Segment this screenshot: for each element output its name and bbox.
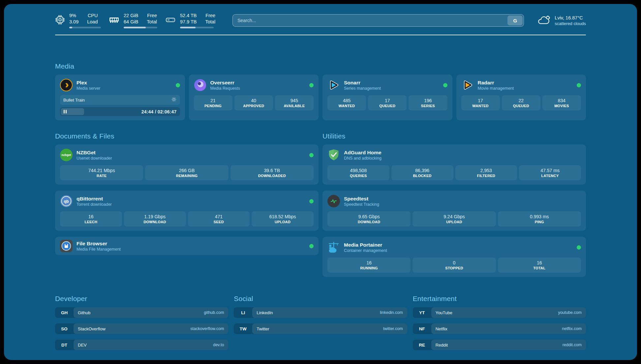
stat-approved: 40 APPROVED — [234, 95, 273, 110]
overseerr-logo-icon — [194, 79, 206, 91]
stat-upload: 9.24 Gbps UPLOAD — [412, 211, 496, 227]
cpu-load-value: 3.09 — [69, 19, 78, 25]
qbittorrent-title: qBittorrent — [76, 196, 112, 202]
plex-subtitle: Media server — [76, 86, 100, 91]
overseerr-title: Overseerr — [210, 79, 240, 86]
session-settings-icon — [171, 97, 177, 104]
stat-download: 1.19 Gbps DOWNLOAD — [124, 211, 186, 227]
dashboard-panel: 9% 3.09 CPU Load — [4, 4, 637, 360]
stat-filtered: 2,953 FILTERED — [455, 165, 517, 180]
card-sonarr[interactable]: Sonarr Series management 485 WANTED 17 Q… — [322, 75, 452, 120]
disk-widget: 52.4 TB 97.9 TB Free Total — [165, 13, 215, 28]
section-title-media: Media — [55, 62, 586, 70]
search-input[interactable] — [232, 14, 524, 27]
stat-stopped: 0 STOPPED — [412, 258, 496, 273]
card-nzbget[interactable]: nzbget NZBGet Usenet downloader 744.21 M… — [55, 144, 319, 185]
weather-widget: Lviv, 16.87°C scattered clouds — [537, 15, 586, 26]
disk-free-value: 52.4 TB — [180, 13, 197, 19]
stat-queries: 498,508 QUERIES — [327, 165, 389, 180]
stat-pending: 21 PENDING — [194, 95, 232, 110]
qbittorrent-subtitle: Torrent downloader — [76, 202, 112, 207]
stat-queued: 22 QUEUED — [502, 95, 540, 110]
playback-progress-fill — [61, 108, 84, 115]
topbar-divider — [55, 35, 586, 35]
nzbget-title: NZBGet — [76, 149, 112, 156]
stat-downloaded: 39.6 TB DOWNLOADED — [230, 165, 314, 180]
cpu-load-label: Load — [87, 19, 98, 25]
documents-column: Documents & Files nzbget NZBGet Usenet d… — [55, 132, 319, 277]
search-provider-button[interactable]: G — [507, 15, 523, 25]
section-title-social: Social — [234, 295, 407, 303]
stat-wanted: 17 WANTED — [461, 95, 500, 110]
bookmark-group-developer: Developer GH Github github.com SO StackO… — [55, 295, 228, 356]
adguard-title: AdGuard Home — [344, 149, 382, 156]
stat-ping: 0.993 ms PING — [498, 211, 581, 227]
status-dot — [443, 83, 447, 87]
cpu-progress-bar — [69, 27, 101, 28]
bookmark-group-social: Social LI LinkedIn linkedin.com TW Twitt… — [234, 295, 407, 356]
disk-progress-bar — [180, 27, 214, 28]
cpu-usage-value: 9% — [69, 13, 78, 19]
bookmark-dev[interactable]: DT DEV dev.to — [55, 340, 228, 350]
section-title-utilities: Utilities — [322, 132, 586, 140]
stat-total: 16 TOTAL — [498, 258, 581, 273]
bookmark-twitter[interactable]: TW Twitter twitter.com — [234, 323, 407, 334]
pause-icon — [64, 110, 67, 113]
stat-remaining: 266 GB REMAINING — [145, 165, 228, 180]
bookmark-netflix[interactable]: NF Netflix netflix.com — [413, 323, 586, 334]
cpu-usage-label: CPU — [87, 13, 98, 19]
playback-progress-row: 24:44 / 02:06:47 — [60, 107, 180, 116]
stat-available: 945 AVAILABLE — [275, 95, 314, 110]
overseerr-subtitle: Media Requests — [210, 86, 240, 91]
radarr-logo-icon — [461, 79, 474, 91]
status-dot — [176, 83, 180, 87]
portainer-title: Media Portainer — [344, 242, 387, 248]
card-speedtest[interactable]: Speedtest Speedtest Tracking 9.65 Gbps D… — [322, 191, 586, 231]
status-dot — [309, 83, 314, 87]
stat-seed: 471 SEED — [188, 211, 250, 227]
memory-progress-bar — [124, 27, 157, 28]
adguard-logo-icon — [327, 149, 340, 161]
svg-text:qb: qb — [64, 199, 69, 204]
bookmark-github[interactable]: GH Github github.com — [55, 307, 228, 318]
utilities-column: Utilities AdGuard Home — [322, 132, 586, 277]
radarr-subtitle: Movie management — [478, 86, 514, 91]
playback-time: 24:44 / 02:06:47 — [141, 109, 177, 114]
stat-series: 196 SERIES — [409, 95, 447, 110]
card-qbittorrent[interactable]: qb qBittorrent Torrent downloader 16 LEE… — [55, 191, 319, 231]
filebrowser-title: File Browser — [76, 240, 121, 247]
disk-icon — [165, 15, 176, 26]
plex-title: Plex — [76, 79, 100, 86]
stat-download: 9.65 Gbps DOWNLOAD — [327, 211, 411, 227]
sonarr-title: Sonarr — [344, 79, 381, 86]
now-playing-row: Bullet Train — [60, 95, 180, 105]
portainer-subtitle: Container management — [344, 248, 387, 253]
speedtest-subtitle: Speedtest Tracking — [344, 202, 379, 207]
card-overseerr[interactable]: Overseerr Media Requests 21 PENDING 40 A… — [189, 75, 319, 120]
card-adguard[interactable]: AdGuard Home DNS and adblocking 498,508 … — [322, 144, 586, 185]
top-bar: 9% 3.09 CPU Load — [55, 11, 586, 30]
bookmark-stackoverflow[interactable]: SO StackOverflow stackoverflow.com — [55, 323, 228, 334]
nzbget-logo-icon: nzbget — [60, 149, 73, 161]
section-title-developer: Developer — [55, 295, 228, 303]
stat-queued: 17 QUEUED — [368, 95, 407, 110]
sonarr-subtitle: Series management — [344, 86, 381, 91]
card-plex[interactable]: Plex Media server Bullet Train 24 — [55, 75, 185, 120]
plex-logo-icon — [60, 79, 73, 91]
stat-rate: 744.21 Mbps RATE — [60, 165, 143, 180]
bookmark-youtube[interactable]: YT YouTube youtube.com — [413, 307, 586, 318]
card-radarr[interactable]: Radarr Movie management 17 WANTED 22 QUE… — [456, 75, 586, 120]
now-playing-title: Bullet Train — [63, 98, 85, 103]
portainer-logo-icon — [327, 241, 340, 254]
cloud-icon — [537, 15, 550, 26]
stat-movies: 834 MOVIES — [542, 95, 581, 110]
bookmark-linkedin[interactable]: LI LinkedIn linkedin.com — [234, 307, 407, 318]
disk-total-label: Total — [205, 19, 216, 25]
bookmark-reddit[interactable]: RE Reddit reddit.com — [413, 340, 586, 350]
card-portainer[interactable]: Media Portainer Container management 16 … — [322, 237, 586, 277]
stat-blocked: 86,396 BLOCKED — [391, 165, 453, 180]
filebrowser-logo-icon — [60, 240, 73, 252]
adguard-subtitle: DNS and adblocking — [344, 156, 382, 161]
card-filebrowser[interactable]: File Browser Media File Management — [55, 237, 319, 255]
speedtest-title: Speedtest — [344, 196, 379, 202]
